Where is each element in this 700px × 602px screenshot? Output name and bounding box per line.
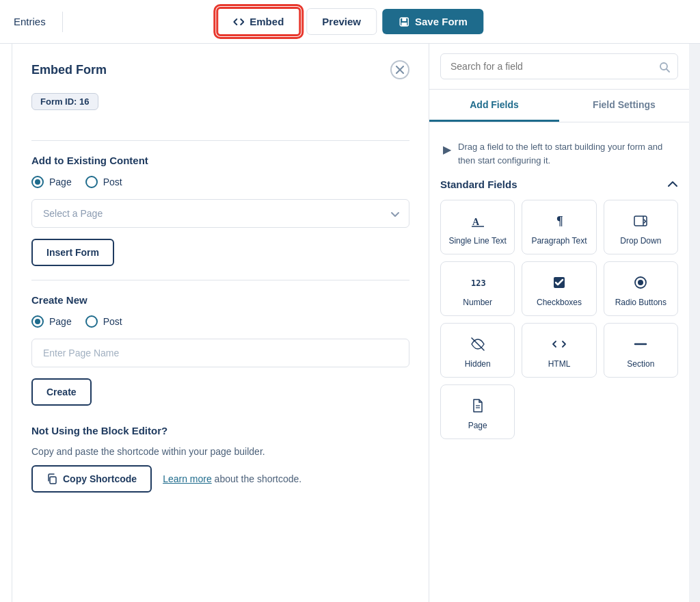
checkboxes-icon [551, 273, 567, 292]
center-panel: Embed Form Form ID: 16 Add to Existing C… [12, 44, 429, 602]
radio-post-indicator [85, 176, 98, 188]
drop-down-icon [632, 211, 649, 231]
section-icon [632, 335, 649, 354]
field-section[interactable]: Section [604, 323, 678, 378]
embed-code-icon [233, 16, 244, 27]
field-checkboxes-label: Checkboxes [537, 298, 582, 307]
field-paragraph-text-label: Paragraph Text [531, 236, 587, 246]
svg-rect-2 [401, 23, 407, 26]
search-bar [429, 44, 689, 90]
learn-more-text: Learn more about the shortcode. [163, 473, 301, 484]
standard-fields-header: Standard Fields [440, 178, 678, 190]
save-form-button[interactable]: Save Form [382, 9, 484, 34]
search-input[interactable] [440, 53, 678, 79]
save-icon [399, 16, 409, 27]
field-hidden[interactable]: Hidden [440, 323, 515, 378]
number-icon: 123 [470, 273, 486, 292]
standard-fields-label: Standard Fields [440, 179, 517, 190]
page-name-input[interactable] [31, 339, 409, 367]
shortcode-actions: Copy Shortcode Learn more about the shor… [31, 465, 409, 493]
field-section-label: Section [627, 359, 654, 369]
left-sidebar: Em [0, 44, 12, 602]
copy-icon [46, 473, 57, 484]
top-nav: Entries Embed Preview Save Form [0, 0, 700, 44]
field-checkboxes[interactable]: Checkboxes [522, 261, 596, 316]
fields-grid: A Single Line Text ¶ Paragraph Text [440, 200, 678, 378]
svg-text:A: A [472, 217, 480, 227]
close-button[interactable] [390, 60, 409, 79]
field-drop-down-label: Drop Down [620, 236, 661, 246]
hidden-icon [470, 335, 486, 354]
svg-rect-5 [50, 477, 56, 484]
field-page[interactable]: Page [440, 384, 515, 439]
add-existing-label: Add to Existing Content [31, 155, 409, 166]
radio-buttons-icon [632, 273, 649, 292]
preview-button[interactable]: Preview [306, 8, 377, 35]
shortcode-section: Not Using the Block Editor? Copy and pas… [31, 425, 409, 493]
create-page-radio[interactable]: Page [31, 315, 72, 328]
field-radio-buttons-label: Radio Buttons [615, 298, 667, 307]
panel-title: Embed Form [31, 63, 107, 77]
field-hidden-label: Hidden [465, 359, 491, 369]
svg-line-7 [667, 69, 669, 72]
paragraph-text-icon: ¶ [551, 211, 567, 231]
html-icon [551, 335, 567, 354]
svg-rect-1 [402, 18, 406, 21]
add-existing-page-radio[interactable]: Page [31, 176, 72, 188]
field-drop-down[interactable]: Drop Down [604, 200, 678, 254]
single-line-text-icon: A [470, 211, 486, 231]
field-html-label: HTML [548, 359, 571, 369]
right-panel: Add Fields Field Settings ▶ Drag a field… [429, 44, 689, 602]
tab-add-fields[interactable]: Add Fields [429, 90, 559, 122]
form-id-badge: Form ID: 16 [31, 93, 98, 110]
radio-page-indicator [31, 176, 44, 188]
search-icon [659, 60, 670, 73]
field-number[interactable]: 123 Number [440, 261, 515, 316]
search-wrapper [440, 53, 678, 79]
field-radio-buttons[interactable]: Radio Buttons [604, 261, 678, 316]
create-new-radio-group: Page Post [31, 315, 409, 328]
tab-field-settings[interactable]: Field Settings [559, 90, 689, 122]
shortcode-heading: Not Using the Block Editor? [31, 425, 409, 436]
divider-2 [31, 280, 409, 280]
fields-grid-2: Page [440, 384, 678, 439]
field-number-label: Number [463, 298, 492, 307]
main-layout: Em Embed Form Form ID: 16 Add to Existin… [0, 44, 700, 602]
field-page-label: Page [468, 421, 487, 430]
radio-create-page-indicator [31, 315, 44, 328]
add-existing-post-radio[interactable]: Post [85, 176, 122, 188]
svg-text:123: 123 [471, 278, 486, 288]
embed-button[interactable]: Embed [216, 7, 301, 36]
nav-entries[interactable]: Entries [14, 10, 46, 33]
field-single-line-text[interactable]: A Single Line Text [440, 200, 515, 254]
panel-header: Embed Form [31, 60, 409, 79]
create-button[interactable]: Create [31, 378, 92, 406]
page-select-wrapper: Select a Page [31, 199, 409, 228]
shortcode-description: Copy and paste the shortcode within your… [31, 446, 409, 457]
field-html[interactable]: HTML [522, 323, 596, 378]
field-paragraph-text[interactable]: ¶ Paragraph Text [522, 200, 596, 254]
svg-text:¶: ¶ [556, 214, 563, 228]
page-icon [470, 396, 486, 415]
close-icon [396, 66, 404, 74]
add-existing-radio-group: Page Post [31, 176, 409, 188]
radio-create-post-indicator [85, 315, 98, 328]
create-new-label: Create New [31, 294, 409, 306]
nav-left: Entries [14, 10, 63, 33]
learn-more-link[interactable]: Learn more [163, 473, 212, 484]
copy-shortcode-button[interactable]: Copy Shortcode [31, 465, 152, 493]
tabs-row: Add Fields Field Settings [429, 90, 689, 122]
drag-hint: ▶ Drag a field to the left to start buil… [440, 133, 678, 178]
divider-1 [31, 140, 409, 141]
nav-divider [62, 12, 63, 32]
nav-center: Embed Preview Save Form [216, 7, 483, 36]
fields-area: ▶ Drag a field to the left to start buil… [429, 122, 689, 602]
field-single-line-text-label: Single Line Text [448, 236, 507, 246]
cursor-icon: ▶ [443, 142, 451, 158]
insert-form-button[interactable]: Insert Form [31, 239, 114, 266]
collapse-icon[interactable] [667, 178, 678, 190]
page-select[interactable]: Select a Page [31, 199, 409, 228]
svg-point-16 [638, 280, 643, 285]
create-post-radio[interactable]: Post [85, 315, 122, 328]
